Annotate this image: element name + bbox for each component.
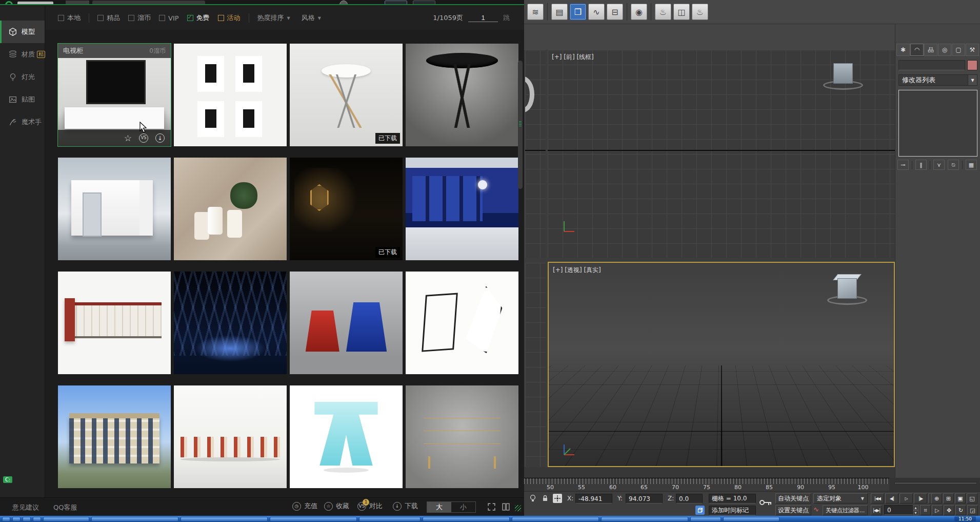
viewport-perspective-active[interactable]: [+] [透视] [真实] — [548, 262, 895, 467]
orbit-button[interactable]: ↻ — [955, 505, 966, 515]
taskbar-quicklaunch-icon[interactable] — [2, 517, 10, 521]
taskbar-quicklaunch-icon[interactable] — [12, 517, 21, 521]
taskbar-window-button[interactable] — [359, 517, 421, 521]
download-icon[interactable]: ↓ — [155, 133, 165, 143]
pin-stack-button[interactable]: ⊸ — [897, 160, 909, 170]
schematic-view-icon[interactable]: ⊟ — [607, 4, 623, 20]
对比-button[interactable]: VS1对比 — [357, 501, 383, 511]
frame-spinner[interactable]: ▲▼ — [913, 505, 918, 515]
feedback-link[interactable]: 意见建议 — [12, 503, 39, 512]
sort-dropdown-风格[interactable]: 风格▼ — [302, 13, 321, 23]
add-time-tag[interactable]: 添加时间标记 — [709, 506, 756, 515]
size-large-button[interactable]: 大 — [427, 502, 451, 512]
display-tab[interactable]: ▢ — [952, 44, 965, 56]
model-card-gold-hex-corridor[interactable]: 已下载 — [290, 158, 403, 260]
taskbar-window-button[interactable] — [43, 517, 89, 521]
filter-checkbox-本地[interactable]: 本地 — [58, 13, 81, 23]
previous-frame-button[interactable]: ◀‖ — [885, 493, 898, 504]
render-production-icon[interactable]: ♨ — [692, 4, 708, 20]
grid-scrollbar[interactable] — [518, 61, 523, 189]
object-color-swatch[interactable] — [967, 60, 977, 70]
model-card-white-kiosk[interactable] — [58, 158, 171, 260]
utilities-tab[interactable]: ⚒ — [966, 44, 979, 56]
show-end-result-button[interactable]: ‖ — [915, 160, 927, 170]
filter-checkbox-精品[interactable]: 精品 — [97, 13, 120, 23]
field-of-view-button[interactable]: ▷ — [932, 505, 943, 515]
viewcube-icon[interactable] — [821, 61, 865, 95]
viewcube-icon[interactable] — [825, 276, 869, 310]
curve-editor-icon[interactable]: ∿ — [588, 4, 605, 20]
modifier-stack-list[interactable] — [898, 90, 977, 157]
two-column-layout-icon[interactable] — [502, 502, 510, 511]
chevron-down-icon[interactable]: ▼ — [968, 75, 977, 85]
track-bar[interactable] — [524, 467, 895, 478]
filter-checkbox-VIP[interactable]: VIP — [159, 14, 179, 22]
model-card-teal-abstract-table[interactable] — [290, 385, 403, 488]
account-button[interactable] — [385, 1, 407, 5]
configure-modifier-sets-button[interactable]: ▦ — [966, 160, 977, 170]
taskbar-window-button[interactable] — [723, 517, 779, 521]
category-dropdown[interactable] — [66, 1, 89, 5]
make-unique-button[interactable]: ⋎ — [933, 160, 945, 170]
next-frame-button[interactable]: ‖▶ — [914, 493, 927, 504]
taskbar-quicklaunch-icon[interactable] — [23, 517, 31, 521]
z-coordinate-field[interactable]: 0.0 — [676, 494, 703, 504]
modify-tab[interactable]: ◠ — [910, 44, 924, 56]
hierarchy-tab[interactable]: 品 — [924, 44, 937, 56]
taskbar-window-button[interactable] — [601, 517, 688, 521]
selection-lock-icon[interactable] — [541, 494, 550, 503]
go-to-start-button[interactable]: |◀◀ — [871, 493, 884, 504]
pan-button[interactable]: ✥ — [944, 505, 954, 515]
x-coordinate-field[interactable]: -48.941 — [575, 494, 612, 504]
isolate-cube-icon[interactable] — [695, 506, 705, 515]
search-input[interactable] — [92, 1, 205, 5]
y-coordinate-field[interactable]: 94.073 — [626, 494, 663, 504]
viewport-front-label[interactable]: [+] [前] [线框] — [552, 53, 594, 62]
收藏-button[interactable]: ☆收藏 — [324, 501, 349, 511]
model-card-dark-sideboard[interactable] — [406, 385, 518, 488]
isolate-bulb-icon[interactable] — [528, 494, 537, 503]
layer-manager-icon[interactable]: ▤ — [551, 4, 568, 20]
model-card-blue-exhibition-hall[interactable] — [406, 158, 518, 260]
create-tab[interactable]: ✱ — [896, 44, 910, 56]
auto-key-button[interactable]: 自动关键点 — [775, 493, 811, 504]
page-input[interactable] — [468, 14, 498, 22]
selection-set-dropdown[interactable]: 选定对象▼ — [813, 493, 868, 504]
render-setup-icon[interactable]: ♨ — [655, 4, 671, 20]
viewport-left-top-sliver[interactable] — [525, 50, 546, 258]
taskbar-window-button[interactable] — [690, 517, 721, 521]
object-name-input[interactable] — [898, 60, 965, 70]
new-key-curve-icon[interactable]: ∿ — [813, 506, 819, 513]
size-small-button[interactable]: 小 — [451, 502, 475, 512]
充值-button[interactable]: ◷充值 — [292, 501, 317, 511]
avatar[interactable] — [339, 1, 348, 5]
model-card-wire-art-decor[interactable] — [406, 272, 518, 374]
model-card-stage-lighting[interactable] — [174, 272, 287, 374]
current-frame-field[interactable]: 0 — [884, 505, 913, 515]
remove-modifier-button[interactable]: ⍉ — [948, 160, 959, 170]
zoom-button[interactable]: ⊕ — [931, 493, 942, 504]
model-card-framed-wall-art[interactable] — [174, 44, 287, 146]
下载-button[interactable]: ↓下载 — [393, 501, 418, 511]
sidebar-item-picture[interactable]: 贴图 — [0, 88, 45, 111]
sidebar-item-magic-hand[interactable]: 魔术手 — [0, 111, 45, 133]
filter-checkbox-活动[interactable]: 活动 — [218, 13, 241, 23]
mirror-icon[interactable]: ≋ — [527, 4, 544, 20]
sidebar-item-bulb[interactable]: 灯光 — [0, 66, 45, 88]
viewport-left-bottom-sliver[interactable] — [525, 263, 546, 467]
page-jump-button[interactable]: 跳 — [503, 13, 510, 23]
qq-support-link[interactable]: QQ客服 — [53, 503, 77, 512]
resize-grip[interactable] — [515, 505, 521, 511]
model-card-plastic-stools[interactable] — [290, 272, 403, 374]
model-card-marble-vases[interactable] — [174, 158, 287, 260]
taskbar-quicklaunch-icon[interactable] — [33, 517, 41, 521]
taskbar-window-button[interactable] — [512, 517, 599, 521]
model-card-wire-leg-side-table[interactable]: 已下载 — [290, 44, 403, 146]
key-mode-toggle-button[interactable]: |◀▶| — [871, 505, 882, 515]
sort-dropdown-热度排序[interactable]: 热度排序▼ — [257, 13, 290, 23]
viewport-perspective-label[interactable]: [+] [透视] [真实] — [553, 266, 601, 275]
transform-gizmo-icon[interactable] — [553, 494, 562, 503]
fullscreen-icon[interactable] — [487, 502, 496, 511]
zoom-all-button[interactable]: ⊞ — [943, 493, 954, 504]
play-button[interactable]: ▷ — [899, 493, 913, 504]
